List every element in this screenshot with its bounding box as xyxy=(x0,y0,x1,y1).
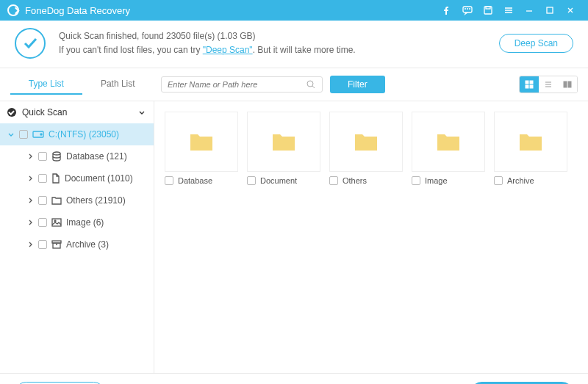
folder-item[interactable]: Others xyxy=(329,112,403,185)
checkbox[interactable] xyxy=(38,174,47,183)
folder-icon xyxy=(436,131,461,152)
status-count: 23050 xyxy=(166,31,190,41)
checkbox[interactable] xyxy=(38,218,47,227)
chevron-down-icon xyxy=(7,131,15,138)
tree-item-others[interactable]: Others (21910) xyxy=(0,189,154,211)
svg-rect-3 xyxy=(547,7,553,13)
folder-item[interactable]: Document xyxy=(247,112,320,185)
folder-icon xyxy=(518,131,543,152)
deep-scan-link[interactable]: "Deep Scan" xyxy=(203,45,253,55)
minimize-icon[interactable] xyxy=(519,0,539,21)
main-area: Quick Scan C:(NTFS) (23050) Database (12… xyxy=(0,101,588,373)
folder-thumb xyxy=(412,112,485,172)
search-field[interactable] xyxy=(161,76,323,93)
close-icon[interactable] xyxy=(560,0,581,21)
svg-point-4 xyxy=(307,81,313,87)
svg-rect-6 xyxy=(530,81,533,84)
tree-root-quick-scan[interactable]: Quick Scan xyxy=(0,101,154,123)
status-text: Quick Scan finished, found xyxy=(59,31,166,41)
svg-point-13 xyxy=(53,152,60,155)
folder-item[interactable]: Archive xyxy=(494,112,567,185)
tree-label: Quick Scan xyxy=(22,107,67,117)
svg-rect-8 xyxy=(530,85,533,88)
archive-icon xyxy=(51,240,62,249)
folder-label: Others xyxy=(343,176,367,185)
tree-label: Database (121) xyxy=(66,151,127,162)
folder-icon xyxy=(354,131,379,152)
checkbox[interactable] xyxy=(247,176,256,185)
status-text: file(s) xyxy=(190,31,217,41)
tree-label: Image (6) xyxy=(66,217,104,228)
deep-scan-button[interactable]: Deep Scan xyxy=(499,34,573,53)
tree-item-image[interactable]: Image (6) xyxy=(0,211,154,233)
view-mode-buttons xyxy=(519,76,578,93)
list-tabs: Type List Path List xyxy=(10,74,154,95)
database-icon xyxy=(51,151,62,162)
checkbox[interactable] xyxy=(494,176,503,185)
checkbox[interactable] xyxy=(38,196,47,205)
chevron-down-icon xyxy=(137,108,146,117)
document-icon xyxy=(51,173,60,184)
svg-point-15 xyxy=(54,220,56,222)
checkbox[interactable] xyxy=(19,130,28,139)
filter-button[interactable]: Filter xyxy=(330,76,385,93)
tree-label: C:(NTFS) (23050) xyxy=(49,129,119,140)
svg-rect-17 xyxy=(53,243,60,248)
folder-label: Image xyxy=(425,176,448,185)
menu-icon[interactable] xyxy=(498,0,519,21)
svg-point-12 xyxy=(40,134,42,135)
checkbox[interactable] xyxy=(412,176,420,185)
status-text: . But it will take more time. xyxy=(253,45,356,55)
tree-item-database[interactable]: Database (121) xyxy=(0,145,154,167)
tree-label: Document (1010) xyxy=(65,173,133,184)
folder-icon xyxy=(51,196,62,205)
tree-item-document[interactable]: Document (1010) xyxy=(0,167,154,189)
tab-path-list[interactable]: Path List xyxy=(82,74,154,95)
app-title: FoneDog Data Recovery xyxy=(25,5,130,16)
footer: Back Recover xyxy=(0,373,588,384)
maximize-icon[interactable] xyxy=(539,0,560,21)
svg-rect-7 xyxy=(526,85,528,88)
folder-icon xyxy=(271,131,296,152)
sidebar-tree: Quick Scan C:(NTFS) (23050) Database (12… xyxy=(0,101,154,373)
view-detail-icon[interactable] xyxy=(558,76,577,93)
folder-grid: Database Document Others Image Archive xyxy=(154,101,588,373)
folder-item[interactable]: Database xyxy=(165,112,238,185)
view-grid-icon[interactable] xyxy=(520,76,539,93)
image-icon xyxy=(51,218,62,227)
folder-thumb xyxy=(247,112,320,172)
svg-rect-9 xyxy=(564,81,567,87)
tree-item-archive[interactable]: Archive (3) xyxy=(0,233,154,256)
feedback-icon[interactable] xyxy=(457,0,478,21)
folder-thumb xyxy=(165,112,238,172)
svg-rect-5 xyxy=(526,81,528,84)
status-strip: Quick Scan finished, found 23050 file(s)… xyxy=(0,21,588,68)
svg-rect-2 xyxy=(486,7,490,9)
chevron-right-icon xyxy=(26,153,34,160)
checkbox[interactable] xyxy=(38,152,47,161)
tree-label: Others (21910) xyxy=(66,195,126,206)
chevron-right-icon xyxy=(26,241,34,248)
status-size: (1.03 GB) xyxy=(217,31,255,41)
svg-rect-10 xyxy=(568,81,571,87)
folder-label: Database xyxy=(178,176,212,185)
app-logo xyxy=(7,4,19,16)
checkbox[interactable] xyxy=(38,240,47,249)
folder-item[interactable]: Image xyxy=(412,112,485,185)
chevron-right-icon xyxy=(26,219,34,226)
checkbox[interactable] xyxy=(329,176,338,185)
save-icon[interactable] xyxy=(478,0,498,21)
tree-label: Archive (3) xyxy=(66,239,109,250)
folder-label: Archive xyxy=(507,176,534,185)
folder-thumb xyxy=(494,112,567,172)
svg-rect-14 xyxy=(52,219,61,226)
chevron-right-icon xyxy=(26,197,34,204)
checkbox[interactable] xyxy=(165,176,173,185)
view-list-icon[interactable] xyxy=(539,76,558,93)
tab-type-list[interactable]: Type List xyxy=(10,74,82,95)
status-message: Quick Scan finished, found 23050 file(s)… xyxy=(59,29,499,57)
title-bar: FoneDog Data Recovery xyxy=(0,0,588,21)
facebook-icon[interactable] xyxy=(437,0,457,21)
tree-drive[interactable]: C:(NTFS) (23050) xyxy=(0,123,154,145)
search-input[interactable] xyxy=(168,80,306,89)
